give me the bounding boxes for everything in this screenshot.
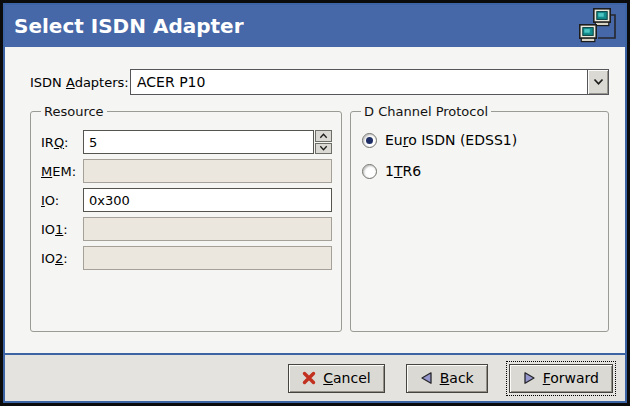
- isdn-adapters-combobox[interactable]: ACER P10: [130, 69, 609, 95]
- io-input[interactable]: [83, 188, 332, 212]
- resource-group-title: Resource: [41, 104, 107, 119]
- d-channel-protocol-group: D Channel Protocol Euro ISDN (EDSS1) 1TR…: [350, 104, 609, 332]
- io2-label: IO2:: [41, 251, 83, 266]
- cancel-button-wrap: Cancel: [285, 361, 387, 396]
- arrow-down-icon: [319, 145, 328, 151]
- resource-group: Resource IRQ:: [30, 104, 342, 332]
- io-label: IO:: [41, 193, 83, 208]
- radio-euro-isdn[interactable]: Euro ISDN (EDSS1): [362, 132, 599, 148]
- chevron-down-icon: [593, 78, 604, 86]
- mem-label: MEM:: [41, 164, 83, 179]
- io1-input: [83, 217, 332, 241]
- button-bar: Cancel Back Forward: [5, 355, 625, 401]
- isdn-adapters-value: ACER P10: [131, 70, 587, 94]
- radio-button-icon[interactable]: [362, 133, 377, 148]
- forward-button[interactable]: Forward: [509, 364, 613, 393]
- dialog-content: ISDN Adapters: ACER P10 Resource IRQ:: [5, 47, 625, 353]
- io2-row: IO2:: [41, 246, 332, 270]
- irq-row: IRQ:: [41, 130, 332, 154]
- dialog-window: Select ISDN Adapter ISDN A: [0, 0, 630, 406]
- back-button[interactable]: Back: [406, 364, 488, 393]
- io2-input: [83, 246, 332, 270]
- radio-button-icon[interactable]: [362, 164, 377, 179]
- combo-dropdown-button[interactable]: [587, 70, 608, 94]
- spin-down-button[interactable]: [315, 143, 332, 155]
- network-computers-icon: [577, 7, 618, 45]
- radio-euro-isdn-label: Euro ISDN (EDSS1): [385, 132, 517, 148]
- mem-input: [83, 159, 332, 183]
- io-row: IO:: [41, 188, 332, 212]
- adapter-row: ISDN Adapters: ACER P10: [30, 69, 609, 95]
- mem-row: MEM:: [41, 159, 332, 183]
- form-groups: Resource IRQ:: [30, 104, 609, 332]
- irq-label: IRQ:: [41, 135, 83, 150]
- arrow-right-icon: [523, 371, 536, 385]
- irq-input[interactable]: [83, 130, 314, 154]
- radio-1tr6-label: 1TR6: [385, 163, 421, 179]
- arrow-left-icon: [420, 371, 433, 385]
- dialog-frame: Select ISDN Adapter ISDN A: [5, 5, 625, 401]
- back-button-wrap: Back: [403, 361, 491, 396]
- forward-button-wrap: Forward: [506, 361, 616, 396]
- isdn-adapters-label: ISDN Adapters:: [30, 75, 130, 90]
- cancel-button-label: Cancel: [323, 370, 370, 386]
- back-button-label: Back: [440, 370, 474, 386]
- cancel-button[interactable]: Cancel: [288, 364, 384, 393]
- red-x-icon: [302, 371, 316, 385]
- io1-label: IO1:: [41, 222, 83, 237]
- io1-row: IO1:: [41, 217, 332, 241]
- irq-spinner: [315, 130, 332, 154]
- d-channel-protocol-title: D Channel Protocol: [361, 104, 491, 119]
- forward-button-label: Forward: [543, 370, 599, 386]
- dialog-titlebar: Select ISDN Adapter: [5, 5, 625, 47]
- dialog-title: Select ISDN Adapter: [14, 14, 244, 38]
- spin-up-button[interactable]: [315, 130, 332, 142]
- arrow-up-icon: [319, 133, 328, 139]
- radio-1tr6[interactable]: 1TR6: [362, 163, 599, 179]
